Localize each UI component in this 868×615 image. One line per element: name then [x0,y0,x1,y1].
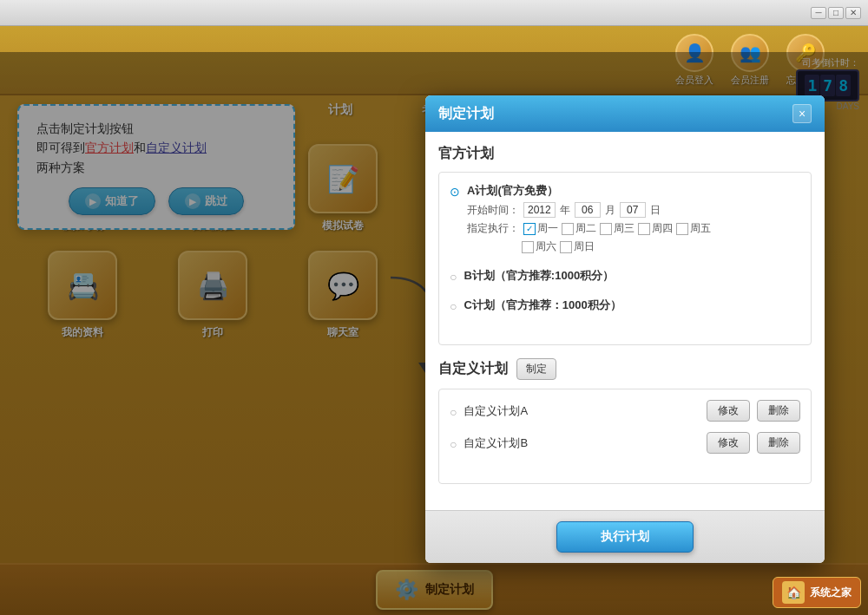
plan-b-name: B计划（官方推荐:1000积分） [464,268,800,284]
custom-plans-scroll[interactable]: ○ 自定义计划A 修改 删除 ○ 自定义计划B 修改 删除 [438,389,812,484]
custom-plan-b-item: ○ 自定义计划B 修改 删除 [450,432,800,454]
cb-saturday-box [522,241,534,253]
custom-plan-header: 自定义计划 制定 [438,358,812,380]
window-chrome: ─ □ ✕ [0,0,868,26]
plan-c-name: C计划（官方推荐：1000积分） [464,298,800,313]
app-area: 👤 会员登入 👥 会员注册 🔑 忘记密码 司考倒计时： 1 7 8 DAYS [0,26,868,615]
start-label: 开始时间： [467,203,519,218]
year-unit: 年 [560,203,570,218]
custom-plan-create-button[interactable]: 制定 [516,358,556,380]
plan-b-radio[interactable]: ○ [450,270,457,284]
watermark: 🏠 系统之家 [773,577,861,608]
cb-tuesday[interactable]: 周二 [562,221,596,236]
modal-body: 官方计划 ⊙ A计划(官方免费） 开始时间： 2012 年 06 月 07 [425,132,825,510]
plan-modal: 制定计划 × 官方计划 ⊙ A计划(官方免费） 开始时间： 2012 年 06 [425,95,825,563]
cb-monday-label: 周一 [537,221,558,236]
plan-b-details: B计划（官方推荐:1000积分） [464,268,800,287]
modal-header: 制定计划 × [425,95,825,132]
custom-a-delete-button[interactable]: 删除 [757,400,800,422]
custom-plan-a-item: ○ 自定义计划A 修改 删除 [450,400,800,422]
cb-friday[interactable]: 周五 [676,221,711,236]
plan-a-radio[interactable]: ⊙ [450,185,460,199]
plan-c-radio[interactable]: ○ [450,299,457,313]
custom-plan-title: 自定义计划 [438,360,508,378]
cb-wednesday-box [600,223,612,235]
official-section-title: 官方计划 [438,145,812,163]
month-unit: 月 [605,203,615,218]
custom-b-radio[interactable]: ○ [450,437,457,451]
plan-a-exec-row2: 周六 周日 [467,239,800,254]
maximize-button[interactable]: □ [828,7,844,19]
custom-b-name: 自定义计划B [464,435,700,451]
cb-monday-box: ✓ [523,223,536,235]
cb-saturday-label: 周六 [536,239,556,254]
cb-wednesday-label: 周三 [614,221,635,236]
cb-sunday-label: 周日 [574,239,595,254]
plan-a-option[interactable]: ⊙ A计划(官方免费） 开始时间： 2012 年 06 月 07 日 [450,183,800,258]
plan-b-option[interactable]: ○ B计划（官方推荐:1000积分） [450,268,800,287]
cb-wednesday[interactable]: 周三 [600,221,635,236]
cb-thursday[interactable]: 周四 [638,221,673,236]
days-checkbox-group2: 周六 周日 [522,239,595,254]
year-field[interactable]: 2012 [523,202,556,218]
month-field[interactable]: 06 [575,202,601,218]
cb-tuesday-box [562,223,574,235]
official-plans-scroll[interactable]: ⊙ A计划(官方免费） 开始时间： 2012 年 06 月 07 日 [438,172,812,345]
cb-friday-box [676,223,688,235]
custom-a-radio[interactable]: ○ [450,405,457,419]
plan-a-exec-row: 指定执行： ✓ 周一 周二 [467,221,800,236]
cb-tuesday-label: 周二 [575,221,596,236]
plan-c-details: C计划（官方推荐：1000积分） [464,298,800,317]
watermark-icon: 🏠 [782,581,805,604]
day-field[interactable]: 07 [620,202,646,218]
cb-sunday[interactable]: 周日 [560,239,595,254]
day-unit: 日 [650,203,661,218]
custom-b-edit-button[interactable]: 修改 [707,432,750,454]
cb-thursday-box [638,223,650,235]
custom-b-delete-button[interactable]: 删除 [757,432,800,454]
execute-button[interactable]: 执行计划 [556,521,694,553]
days-checkbox-group: ✓ 周一 周二 周三 [523,221,711,236]
plan-c-option[interactable]: ○ C计划（官方推荐：1000积分） [450,298,800,317]
exec-label: 指定执行： [467,221,519,236]
custom-a-name: 自定义计划A [464,403,700,419]
close-window-button[interactable]: ✕ [845,7,861,19]
cb-friday-label: 周五 [690,221,711,236]
cb-monday[interactable]: ✓ 周一 [523,221,558,236]
custom-a-edit-button[interactable]: 修改 [707,400,750,422]
cb-thursday-label: 周四 [652,221,673,236]
plan-a-details: A计划(官方免费） 开始时间： 2012 年 06 月 07 日 指定执行： [467,183,800,258]
plan-a-name: A计划(官方免费） [467,183,800,199]
modal-title: 制定计划 [438,105,494,123]
cb-sunday-box [560,241,572,253]
plan-a-start-row: 开始时间： 2012 年 06 月 07 日 [467,202,800,218]
modal-close-button[interactable]: × [792,104,812,123]
execute-btn-area: 执行计划 [425,510,825,563]
watermark-text: 系统之家 [810,586,852,600]
cb-saturday[interactable]: 周六 [522,239,556,254]
minimize-button[interactable]: ─ [811,7,826,19]
